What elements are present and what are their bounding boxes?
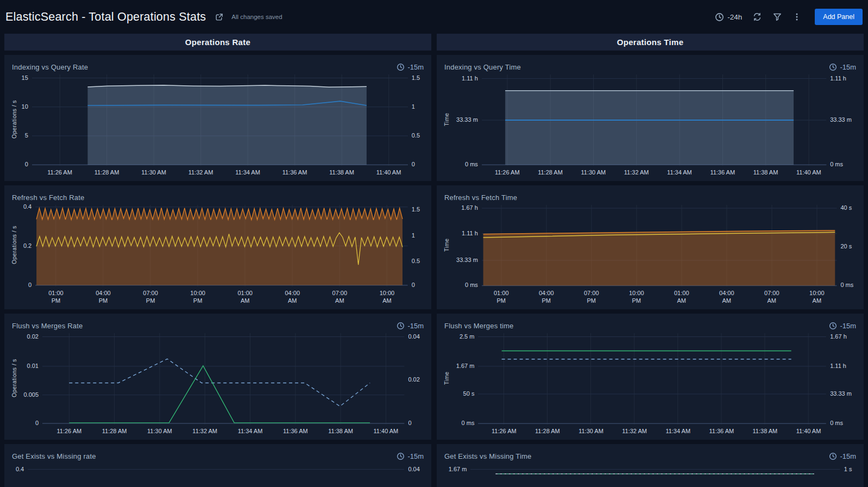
chart-area: Operations / s1510501.510.5011:26 AM11:2… [10, 73, 425, 178]
y-axis-label: Operations / s [10, 73, 18, 166]
left-axis-tick: 2.5 m [442, 333, 474, 340]
panel-flush-vs-merges-rate: Flush vs Merges Rate-15mOperations / s0.… [4, 314, 431, 440]
clock-icon [397, 452, 405, 460]
chart-canvas [35, 204, 408, 286]
clock-icon [397, 63, 405, 71]
x-axis-tick: 11:40 AM [376, 168, 401, 176]
clock-icon [829, 322, 837, 330]
left-axis-tick: 1.67 m [442, 363, 474, 369]
x-axis-tick: 11:30 AM [581, 168, 606, 176]
x-axis-tick: 04:00 AM [285, 289, 300, 305]
left-axis-tick: 1.67 m [442, 466, 467, 472]
panel-title: Refresh vs Fetch Rate [12, 193, 85, 202]
x-axis-tick: 11:36 AM [283, 427, 308, 435]
panel-time-badge-label: -15m [840, 322, 856, 330]
chart-area: 0.40.04 [10, 463, 425, 487]
panel-title: Flush vs Merges Rate [12, 322, 83, 330]
panel-time-badge-label: -15m [840, 452, 856, 460]
panel-get-exists-vs-missing-rate: Get Exists vs Missing rate-15m0.40.04 [4, 444, 431, 487]
chart-area: Operations / s0.40.201.510.5001:00 PM04:… [10, 204, 425, 306]
panel-time-badge[interactable]: -15m [397, 322, 424, 330]
left-axis-tick: 0 [10, 161, 28, 167]
right-axis-tick: 0 ms [830, 161, 843, 167]
toolbar: -24h Add Panel [715, 9, 863, 25]
panel-title: Get Exists vs Missing rate [12, 452, 96, 460]
x-axis-tick: 10:00 AM [809, 289, 825, 305]
panel-indexing-vs-query-rate: Indexing vs Query Rate-15mOperations / s… [4, 55, 431, 181]
x-axis-tick: 11:38 AM [328, 427, 353, 435]
kebab-menu-icon[interactable] [792, 12, 801, 22]
x-axis-tick: 11:26 AM [495, 168, 520, 176]
chart-area: Time2.5 m1.67 m50 s0 ms1.67 h1.11 h33.33… [442, 332, 857, 436]
left-axis-tick: 0 ms [442, 161, 478, 167]
chart-area: Time1.11 h33.33 m0 ms1.11 h33.33 m0 ms11… [442, 73, 857, 178]
panel-refresh-vs-fetch-rate: Refresh vs Fetch RateOperations / s0.40.… [4, 185, 431, 309]
x-axis-tick: 11:38 AM [329, 168, 354, 176]
right-axis-tick: 1.5 [412, 74, 420, 81]
right-axis-tick: 1.5 [412, 206, 420, 213]
x-axis-tick: 11:32 AM [624, 168, 649, 176]
left-axis-tick: 50 s [442, 390, 474, 397]
clock-icon [397, 322, 405, 330]
column-header-operations-time: Operations Time [437, 34, 864, 51]
clock-icon [715, 13, 724, 22]
y-axis-label: Time [442, 204, 450, 286]
panel-get-exists-vs-missing-time: Get Exists vs Missing Time-15m1.67 m1 s [437, 444, 864, 487]
left-axis-tick: 10 [10, 103, 28, 110]
x-axis-tick: 10:00 AM [380, 289, 395, 305]
panel-title: Indexing vs Query Time [444, 63, 521, 71]
refresh-icon[interactable] [752, 12, 762, 22]
share-button[interactable] [215, 13, 224, 22]
x-axis-tick: 10:00 PM [629, 289, 644, 305]
chart-area: 1.67 m1 s [442, 463, 857, 487]
panel-time-badge[interactable]: -15m [397, 63, 424, 71]
left-axis-tick: 5 [10, 132, 28, 139]
left-axis-tick: 33.33 m [442, 257, 478, 263]
x-axis-tick: 01:00 AM [674, 289, 689, 305]
left-axis-tick: 0 [10, 282, 32, 288]
top-bar: ElasticSearch - Total Operations Stats A… [0, 0, 868, 34]
panel-time-badge[interactable]: -15m [829, 452, 856, 460]
chart-canvas [470, 463, 840, 487]
chart-area: Time1.67 h1.11 h33.33 m0 ms40 s20 s0 ms0… [442, 204, 857, 306]
y-axis-label: Time [442, 332, 450, 424]
panel-time-badge[interactable]: -15m [397, 452, 424, 460]
panel-time-badge-label: -15m [407, 322, 424, 330]
x-axis-tick: 07:00 AM [764, 289, 779, 305]
time-range-label: -24h [727, 13, 742, 21]
left-axis-tick: 1.67 h [442, 204, 478, 211]
x-axis-tick: 11:36 AM [709, 427, 734, 435]
y-axis-label: Operations / s [10, 332, 18, 424]
chart-canvas [482, 73, 826, 166]
x-axis-tick: 11:28 AM [538, 168, 563, 176]
x-axis-tick: 10:00 PM [190, 289, 205, 305]
left-axis-tick: 1.11 h [442, 230, 478, 236]
left-axis-tick: 1.11 h [442, 75, 478, 82]
chart-canvas [482, 204, 837, 286]
filter-icon[interactable] [772, 12, 782, 22]
right-axis-tick: 0 ms [830, 420, 843, 426]
right-axis-tick: 0.04 [408, 333, 419, 340]
right-axis-tick: 1.11 h [830, 75, 846, 82]
x-axis-tick: 07:00 PM [143, 289, 158, 305]
panel-time-badge[interactable]: -15m [829, 322, 856, 330]
x-axis-tick: 11:36 AM [282, 168, 307, 176]
time-range-control[interactable]: -24h [715, 13, 742, 22]
right-axis-tick: 0.5 [412, 258, 420, 264]
right-axis-tick: 0 [412, 282, 415, 288]
right-axis-tick: 1 [412, 103, 415, 110]
chart-canvas [478, 332, 826, 424]
x-axis-tick: 11:40 AM [796, 168, 821, 176]
x-axis-tick: 11:38 AM [753, 168, 778, 176]
x-axis-tick: 01:00 PM [494, 289, 509, 305]
add-panel-button[interactable]: Add Panel [815, 9, 863, 25]
panel-title: Refresh vs Fetch Time [444, 193, 517, 202]
x-axis-tick: 11:38 AM [753, 427, 778, 435]
right-axis-tick: 0 [408, 420, 411, 426]
x-axis-tick: 11:26 AM [56, 427, 81, 435]
column-header-operations-rate: Operations Rate [4, 34, 431, 51]
panel-time-badge[interactable]: -15m [829, 63, 856, 71]
panel-title: Indexing vs Query Rate [12, 63, 88, 71]
left-axis-tick: 0 ms [442, 282, 478, 288]
left-axis-tick: 0.02 [10, 333, 39, 340]
